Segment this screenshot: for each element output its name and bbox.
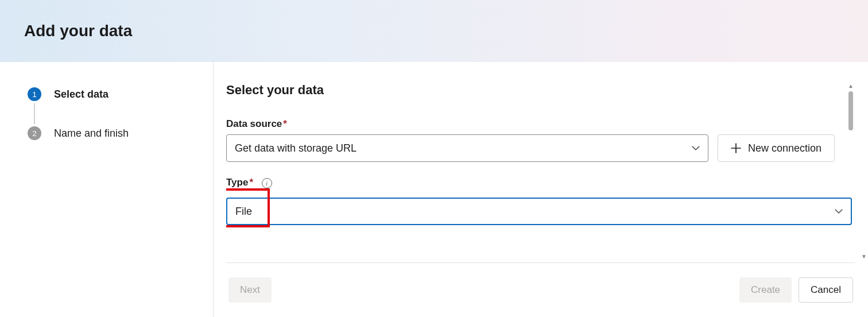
step-number-badge: 2 xyxy=(28,126,41,140)
step-number-badge: 1 xyxy=(28,87,41,101)
section-title: Select your data xyxy=(226,83,855,98)
type-value: File xyxy=(235,206,252,218)
new-connection-button[interactable]: New connection xyxy=(718,134,835,162)
dialog-body: 1 Select data 2 Name and finish Select y… xyxy=(0,62,868,317)
required-asterisk: * xyxy=(249,177,253,188)
scrollbar[interactable]: ▲ xyxy=(847,83,854,262)
plus-icon xyxy=(731,143,741,153)
data-source-value: Get data with storage URL xyxy=(235,142,356,154)
data-source-dropdown[interactable]: Get data with storage URL xyxy=(226,134,708,162)
step-name-and-finish[interactable]: 2 Name and finish xyxy=(28,124,199,142)
new-connection-label: New connection xyxy=(748,142,822,154)
dialog-header: Add your data xyxy=(0,0,868,62)
info-icon[interactable]: i xyxy=(262,178,272,188)
cancel-button[interactable]: Cancel xyxy=(799,277,853,303)
chevron-down-icon xyxy=(835,207,843,215)
next-button[interactable]: Next xyxy=(228,277,272,303)
step-select-data[interactable]: 1 Select data xyxy=(28,85,199,103)
dialog-footer: Next Create Cancel xyxy=(226,262,855,317)
required-asterisk: * xyxy=(283,118,287,129)
dialog-title: Add your data xyxy=(24,22,132,40)
main-panel: Select your data Data source* Get data w… xyxy=(214,62,868,317)
data-source-label: Data source* xyxy=(226,118,287,130)
step-connector xyxy=(34,103,35,124)
step-label: Select data xyxy=(54,88,108,100)
create-button[interactable]: Create xyxy=(739,277,792,303)
scroll-down-arrow-icon: ▼ xyxy=(861,253,867,260)
type-label: Type* xyxy=(226,177,253,188)
step-label: Name and finish xyxy=(54,127,129,140)
type-dropdown[interactable]: File xyxy=(226,198,852,225)
chevron-down-icon xyxy=(692,144,700,152)
steps-sidebar: 1 Select data 2 Name and finish xyxy=(0,62,214,317)
